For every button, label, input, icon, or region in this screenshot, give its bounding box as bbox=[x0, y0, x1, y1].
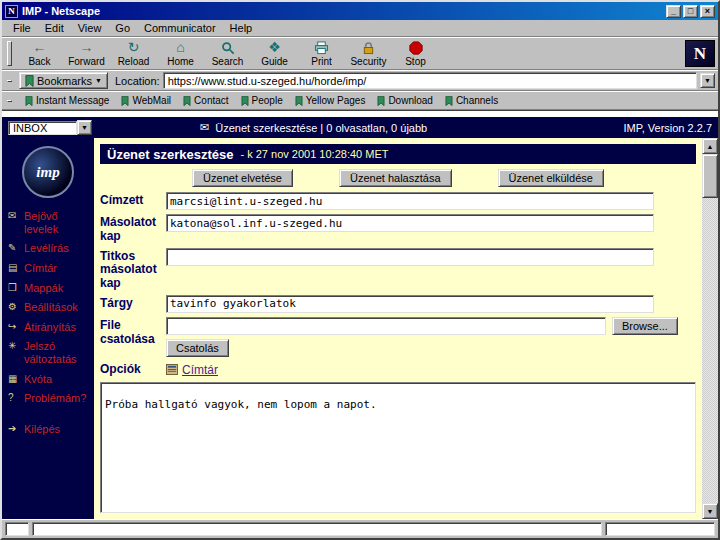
bcc-input[interactable] bbox=[166, 248, 654, 266]
guide-label: Guide bbox=[261, 56, 288, 67]
compose-header: Üzenet szerkesztése - k 27 nov 2001 10:2… bbox=[100, 144, 696, 164]
compose-title: Üzenet szerkesztése bbox=[107, 147, 233, 162]
print-button[interactable]: Print bbox=[298, 39, 345, 68]
menu-file[interactable]: File bbox=[6, 21, 38, 35]
security-button[interactable]: Security bbox=[345, 39, 392, 68]
link-contact[interactable]: Contact bbox=[180, 94, 231, 107]
reload-label: Reload bbox=[118, 56, 150, 67]
question-icon: ? bbox=[8, 392, 20, 404]
cc-row: Másolatot kap bbox=[100, 214, 696, 244]
imp-frames: imp ✉ Bejövő levelek ✎ Levélírás ▤ Címtá… bbox=[2, 138, 718, 519]
stop-button[interactable]: Stop bbox=[392, 39, 439, 68]
mailbox-dropdown-arrow-icon[interactable]: ▼ bbox=[77, 120, 92, 135]
options-label: Opciók bbox=[100, 361, 166, 377]
sidebar-item-password[interactable]: ✳ Jelszó változtatás bbox=[8, 340, 90, 365]
subject-row: Tárgy bbox=[100, 295, 696, 313]
back-button[interactable]: ← Back bbox=[16, 39, 63, 68]
status-bar bbox=[2, 519, 718, 538]
gear-icon: ⚙ bbox=[8, 301, 20, 313]
file-path-input[interactable] bbox=[166, 317, 606, 335]
back-icon: ← bbox=[33, 40, 47, 55]
compose-form: Címzett Másolatot kap Titkos másolatot k… bbox=[100, 192, 696, 377]
sidebar-item-contacts[interactable]: ▤ Címtár bbox=[8, 262, 90, 275]
location-bar-grabber[interactable] bbox=[7, 80, 12, 82]
imp-logo: imp bbox=[22, 146, 74, 198]
attachment-row: File csatolása Browse... Csatolás bbox=[100, 317, 696, 357]
bookmark-icon bbox=[183, 96, 191, 106]
print-icon bbox=[314, 40, 329, 55]
subject-label: Tárgy bbox=[100, 295, 166, 311]
url-history-dropdown[interactable]: ▼ bbox=[700, 73, 715, 88]
status-message-panel bbox=[32, 522, 602, 536]
browse-button[interactable]: Browse... bbox=[612, 317, 678, 335]
folder-icon: ❒ bbox=[8, 282, 20, 294]
message-body-textarea[interactable]: Próba hallgató vagyok, nem lopom a napot… bbox=[100, 382, 696, 513]
link-download[interactable]: Download bbox=[374, 94, 435, 107]
bookmarks-label: Bookmarks bbox=[37, 75, 92, 87]
address-book-link[interactable]: Címtár bbox=[182, 363, 218, 377]
inbox-mail-icon: ✉ bbox=[8, 210, 20, 222]
scrollbar-track[interactable] bbox=[702, 154, 718, 503]
discard-message-button[interactable]: Üzenet elvetése bbox=[192, 169, 293, 187]
search-button[interactable]: Search bbox=[204, 39, 251, 68]
link-people[interactable]: People bbox=[238, 94, 286, 107]
url-input[interactable] bbox=[163, 72, 697, 89]
address-book-icon bbox=[166, 364, 178, 375]
link-channels[interactable]: Channels bbox=[442, 94, 501, 107]
forward-button[interactable]: → Forward bbox=[63, 39, 110, 68]
scroll-up-button[interactable]: ▲ bbox=[702, 138, 718, 154]
mailbox-value: INBOX bbox=[8, 121, 77, 135]
netscape-app-icon: N bbox=[5, 5, 18, 18]
close-button[interactable]: × bbox=[700, 5, 715, 18]
search-label: Search bbox=[212, 56, 244, 67]
postpone-message-button[interactable]: Üzenet halasztása bbox=[339, 169, 452, 187]
minimize-button[interactable]: _ bbox=[666, 5, 681, 18]
sidebar-item-redirect[interactable]: ↪ Átirányítás bbox=[8, 321, 90, 334]
mailbox-select[interactable]: INBOX ▼ bbox=[8, 119, 92, 136]
attach-button[interactable]: Csatolás bbox=[166, 339, 229, 357]
home-button[interactable]: ⌂ Home bbox=[157, 39, 204, 68]
to-label: Címzett bbox=[100, 192, 166, 208]
home-icon: ⌂ bbox=[176, 40, 184, 55]
sidebar-item-compose[interactable]: ✎ Levélírás bbox=[8, 242, 90, 255]
link-yellow-pages[interactable]: Yellow Pages bbox=[292, 94, 369, 107]
menu-communicator[interactable]: Communicator bbox=[137, 21, 223, 35]
menu-help[interactable]: Help bbox=[223, 21, 260, 35]
reload-button[interactable]: ↻ Reload bbox=[110, 39, 157, 68]
compose-area: Üzenet szerkesztése - k 27 nov 2001 10:2… bbox=[94, 138, 702, 519]
link-webmail[interactable]: WebMail bbox=[118, 94, 174, 107]
imp-page-status: ✉ Üzenet szerkesztése | 0 olvasatlan, 0 … bbox=[200, 121, 427, 134]
sidebar-item-problem[interactable]: ? Problémám? bbox=[8, 392, 90, 405]
menu-view[interactable]: View bbox=[71, 21, 109, 35]
location-bar: Bookmarks ▼ Location: ▼ bbox=[2, 70, 718, 91]
security-lock-icon bbox=[362, 40, 375, 55]
personal-toolbar-grabber[interactable] bbox=[7, 100, 12, 102]
menu-edit[interactable]: Edit bbox=[38, 21, 71, 35]
netscape-logo[interactable]: N bbox=[685, 40, 715, 67]
scrollbar-thumb[interactable] bbox=[702, 154, 718, 198]
guide-button[interactable]: ❖ Guide bbox=[251, 39, 298, 68]
to-row: Címzett bbox=[100, 192, 696, 210]
chevron-down-icon: ▼ bbox=[95, 77, 102, 84]
subject-input[interactable] bbox=[166, 295, 654, 313]
compose-pencil-icon: ✎ bbox=[8, 242, 20, 254]
maximize-button[interactable]: □ bbox=[683, 5, 698, 18]
imp-status-bar: INBOX ▼ ✉ Üzenet szerkesztése | 0 olvasa… bbox=[2, 117, 718, 138]
sidebar-item-folders[interactable]: ❒ Mappák bbox=[8, 282, 90, 295]
sidebar-item-logout[interactable]: ➔ Kilépés bbox=[8, 423, 90, 436]
menu-go[interactable]: Go bbox=[108, 21, 137, 35]
bookmarks-button[interactable]: Bookmarks ▼ bbox=[19, 72, 108, 89]
to-input[interactable] bbox=[166, 192, 654, 210]
cc-input[interactable] bbox=[166, 214, 654, 232]
quota-icon: ▦ bbox=[8, 373, 20, 385]
sidebar-item-settings[interactable]: ⚙ Beállítások bbox=[8, 301, 90, 314]
sidebar-item-quota[interactable]: ▦ Kvóta bbox=[8, 373, 90, 386]
bookmark-icon bbox=[25, 75, 34, 87]
sidebar-item-inbox[interactable]: ✉ Bejövő levelek bbox=[8, 210, 90, 235]
personal-toolbar: Instant Message WebMail Contact People Y… bbox=[2, 91, 718, 110]
imp-top-frame: INBOX ▼ ✉ Üzenet szerkesztése | 0 olvasa… bbox=[2, 111, 718, 138]
scroll-down-button[interactable]: ▼ bbox=[702, 503, 718, 519]
link-instant-message[interactable]: Instant Message bbox=[22, 94, 112, 107]
send-message-button[interactable]: Üzenet elküldése bbox=[498, 169, 604, 187]
toolbar-grabber[interactable] bbox=[7, 41, 12, 66]
